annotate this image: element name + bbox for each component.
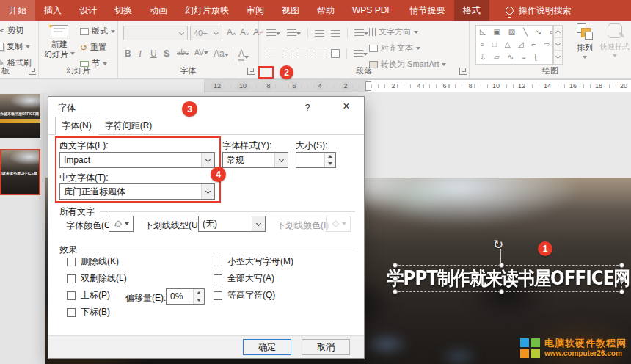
align-center-button[interactable] <box>282 51 292 57</box>
spin-down-icon[interactable] <box>325 160 335 167</box>
font-size-spinner[interactable] <box>296 152 336 168</box>
font-color-picker[interactable] <box>109 216 134 232</box>
offset-spinner[interactable]: 0% <box>166 288 205 305</box>
font-name-combo[interactable] <box>123 26 188 40</box>
columns-more-button[interactable] <box>354 50 368 58</box>
tab-design[interactable]: 设计 <box>70 0 106 21</box>
dialog-tab-strip: 字体(N) 字符间距(R) <box>48 120 364 135</box>
arrange-button[interactable]: 排列 <box>571 23 599 61</box>
tell-me-search[interactable]: 操作说明搜索 <box>498 0 579 21</box>
latin-font-combo[interactable]: Impact <box>59 152 215 168</box>
align-right-button[interactable] <box>299 51 308 57</box>
font-dialog: 字体 3 ? × 字体(N) 字符间距(R) 西文字体(F): Impact 字… <box>48 96 365 359</box>
tab-storyboard[interactable]: 情节提要 <box>401 0 454 21</box>
spin-up-icon[interactable] <box>325 153 335 160</box>
quick-styles-button[interactable]: ✎ 快速样式 <box>600 23 630 59</box>
all-caps-checkbox[interactable] <box>214 274 222 283</box>
tab-format[interactable]: 格式 <box>454 0 489 21</box>
strikethrough-checkbox[interactable] <box>67 258 76 266</box>
tab-view[interactable]: 视图 <box>273 0 308 21</box>
font-dialog-launcher-icon[interactable] <box>247 68 255 75</box>
scroll-up-icon[interactable] <box>554 26 562 38</box>
line-spacing-button[interactable] <box>354 29 368 37</box>
cjk-font-combo[interactable]: 庞门正道标题体 <box>59 183 215 200</box>
spin-up-icon[interactable] <box>194 289 204 296</box>
italic-button[interactable]: I <box>139 48 142 59</box>
resize-handle-top-right[interactable] <box>619 263 624 268</box>
bold-button[interactable]: B <box>125 48 131 59</box>
resize-handle-top-mid[interactable] <box>499 263 504 268</box>
change-case-button[interactable]: Aa <box>214 48 229 59</box>
tab-transitions[interactable]: 切换 <box>106 0 141 21</box>
windows-logo-icon <box>520 338 540 358</box>
character-spacing-button[interactable]: AV <box>194 48 208 57</box>
dialog-help-button[interactable]: ? <box>299 102 316 113</box>
slide-textbox[interactable]: 学PPT制作就来读书屋OFFICE网 <box>395 265 622 292</box>
underline-color-picker[interactable] <box>326 216 351 232</box>
layout-button[interactable]: 版式 <box>80 26 115 37</box>
slide-thumbnail-1[interactable]: 学PPT制作就来读书屋OFFICE网 <box>0 94 40 138</box>
small-caps-checkbox[interactable] <box>214 258 222 266</box>
tab-review[interactable]: 审阅 <box>238 0 273 21</box>
strikethrough-button[interactable]: abc <box>177 48 189 57</box>
double-strikethrough-checkbox[interactable] <box>67 274 76 283</box>
justify-button[interactable] <box>315 51 324 57</box>
gallery-more-icon[interactable] <box>554 51 562 63</box>
slide-thumbnail-2-selected[interactable]: 学PPT制作就来读书屋OFFICE网 <box>0 149 40 195</box>
decrease-font-button[interactable]: A˅ <box>240 27 249 37</box>
numbering-button[interactable] <box>287 29 301 37</box>
text-direction-button[interactable]: 文字方向 <box>369 26 418 37</box>
tab-insert[interactable]: 插入 <box>35 0 70 21</box>
resize-handle-left-mid[interactable] <box>393 276 398 281</box>
resize-handle-bottom-left[interactable] <box>393 289 398 294</box>
increase-indent-button[interactable] <box>331 30 340 37</box>
tab-home[interactable]: 开始 <box>0 0 35 21</box>
shapes-gallery-scrollbar[interactable] <box>553 25 563 65</box>
font-color-button[interactable]: A <box>238 48 249 61</box>
tab-animations[interactable]: 动画 <box>141 0 176 21</box>
resize-handle-top-left[interactable] <box>393 263 398 268</box>
dialog-title-bar[interactable]: 字体 <box>48 97 364 119</box>
cancel-button[interactable]: 取消 <box>302 339 350 355</box>
close-icon[interactable]: × <box>336 100 357 113</box>
dialog-tab-character-spacing[interactable]: 字符间距(R) <box>98 117 159 135</box>
tab-help[interactable]: 帮助 <box>308 0 343 21</box>
spin-down-icon[interactable] <box>194 296 204 304</box>
shapes-gallery[interactable]: ◺ ▣ ▨ ╲ ↘ ▭ ○ □ △ ◿ ⌐ ⇨ ⇩ ▱ ∿ ⌣ { <box>475 25 553 65</box>
clipboard-dialog-launcher-icon[interactable] <box>29 68 36 75</box>
columns-button[interactable] <box>331 49 340 58</box>
paragraph-dialog-launcher-icon[interactable] <box>459 68 467 75</box>
text-shadow-button[interactable]: S <box>164 48 169 59</box>
resize-handle-bottom-mid[interactable] <box>499 289 504 294</box>
dialog-footer: 确定 取消 <box>48 335 364 358</box>
quick-styles-icon: ✎ <box>608 23 622 38</box>
dialog-tab-font[interactable]: 字体(N) <box>55 117 98 135</box>
new-slide-button[interactable]: ✶ 新建 幻灯片 <box>42 23 77 59</box>
underline-button[interactable]: U <box>150 48 157 59</box>
font-size-combo[interactable]: 40+ <box>190 26 222 40</box>
reset-button[interactable]: ↺ 重置 <box>80 42 106 53</box>
copy-button[interactable]: 复制 <box>0 41 30 52</box>
subscript-checkbox[interactable] <box>67 308 76 317</box>
ok-button[interactable]: 确定 <box>243 339 291 355</box>
align-left-button[interactable] <box>266 51 276 57</box>
rotate-handle-icon[interactable]: ↻ <box>493 237 503 252</box>
resize-handle-right-mid[interactable] <box>619 276 624 281</box>
increase-font-button[interactable]: A˄ <box>227 27 236 37</box>
superscript-checkbox[interactable] <box>67 291 76 300</box>
align-text-button[interactable]: 对齐文本 <box>369 43 420 54</box>
star-icon: ✶ <box>48 22 54 30</box>
tab-wps-pdf[interactable]: WPS PDF <box>343 0 401 21</box>
ruler-number: 16 <box>568 81 578 90</box>
chevron-down-icon <box>26 46 30 51</box>
equalize-height-checkbox[interactable] <box>214 291 222 300</box>
cut-button[interactable]: ✂ 剪切 <box>0 25 23 36</box>
scroll-down-icon[interactable] <box>554 38 562 51</box>
font-style-combo[interactable]: 常规 <box>222 152 288 168</box>
resize-handle-bottom-right[interactable] <box>619 289 624 294</box>
tab-slideshow[interactable]: 幻灯片放映 <box>176 0 238 21</box>
bullets-button[interactable] <box>266 29 280 37</box>
decrease-indent-button[interactable] <box>315 30 324 37</box>
ruler-indent-marker[interactable] <box>365 81 371 91</box>
underline-style-combo[interactable]: (无) <box>198 216 266 232</box>
